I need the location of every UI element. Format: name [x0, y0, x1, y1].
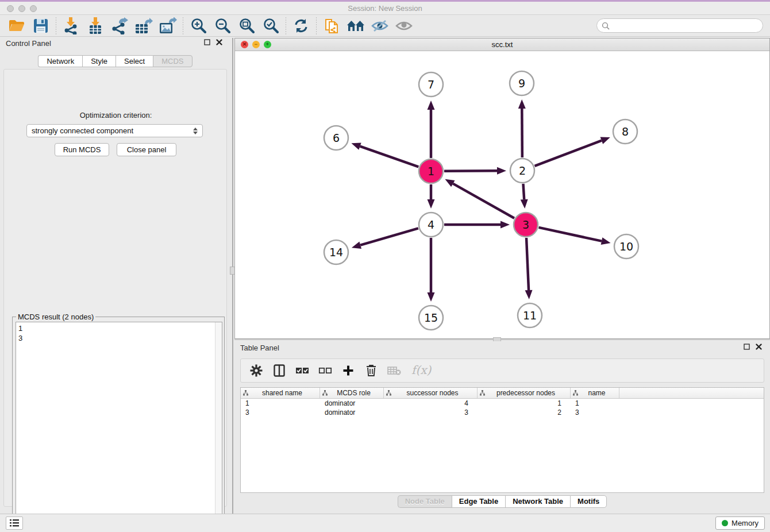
column-header-name[interactable]: name [571, 388, 619, 398]
export-image-icon[interactable] [158, 17, 178, 35]
tab-network-table[interactable]: Network Table [505, 495, 570, 508]
zoom-fit-icon[interactable] [237, 17, 256, 35]
toolbar-separator [183, 17, 183, 34]
zoom-out-icon[interactable] [213, 17, 232, 35]
table-cell[interactable]: 1 [478, 399, 571, 408]
column-header-label: name [578, 389, 619, 397]
column-header-shared-name[interactable]: shared name [241, 388, 320, 398]
edge-4-14[interactable] [360, 228, 418, 245]
columns-icon[interactable] [272, 363, 287, 378]
arrowhead-icon [518, 99, 526, 109]
table-cell[interactable]: 3 [241, 408, 320, 417]
edge-3-1[interactable] [453, 184, 514, 218]
maximize-view-button[interactable]: + [264, 41, 271, 48]
edge-2-3[interactable] [523, 184, 524, 199]
show-all-icon[interactable] [394, 17, 414, 35]
node-label: 2 [519, 164, 526, 177]
refresh-icon[interactable] [291, 17, 311, 35]
deselect-all-icon[interactable] [318, 363, 333, 378]
function-builder-icon: f(x) [410, 363, 433, 378]
control-panel-title: Control Panel [6, 39, 51, 48]
edge-1-6[interactable] [360, 147, 419, 167]
edge-2-8[interactable] [535, 141, 602, 166]
table-cell[interactable]: 4 [384, 399, 478, 408]
close-panel-icon[interactable] [216, 39, 222, 45]
node-table[interactable]: shared nameMCDS rolesuccessor nodesprede… [240, 387, 764, 493]
hierarchy-icon [386, 390, 391, 396]
table-panel: Table Panel f(x) shared nameMCDS rol [234, 341, 770, 514]
arrowhead-icon [428, 101, 435, 110]
close-window-button[interactable] [7, 5, 14, 12]
table-panel-title: Table Panel [240, 344, 279, 352]
minimize-view-button[interactable]: − [252, 41, 260, 48]
tab-node-table[interactable]: Node Table [398, 495, 452, 508]
network-graph[interactable]: 7968124314101511 [235, 51, 769, 338]
result-item[interactable]: 1 [18, 323, 220, 333]
table-cell[interactable]: 1 [241, 399, 320, 408]
node-label: 6 [333, 132, 340, 144]
node-label: 14 [329, 246, 343, 259]
table-row[interactable]: 3dominator323 [241, 408, 764, 417]
tab-network[interactable]: Network [38, 55, 82, 67]
float-table-panel-icon[interactable] [744, 344, 750, 350]
close-table-panel-icon[interactable] [756, 344, 762, 350]
delete-icon[interactable] [364, 363, 379, 378]
copy-network-icon[interactable] [322, 17, 341, 35]
hierarchy-icon [480, 390, 485, 396]
tab-style[interactable]: Style [82, 55, 116, 67]
table-cell[interactable]: 2 [478, 408, 571, 417]
import-table-icon[interactable] [86, 17, 105, 35]
select-all-icon[interactable] [295, 363, 310, 378]
run-mcds-button[interactable]: Run MCDS [55, 143, 109, 156]
table-cell[interactable]: 1 [571, 399, 619, 408]
column-header-MCDS-role[interactable]: MCDS role [320, 388, 384, 398]
column-header-predecessor-nodes[interactable]: predecessor nodes [478, 388, 571, 398]
edge-3-11[interactable] [526, 238, 529, 290]
vertical-splitter[interactable] [232, 38, 233, 514]
float-panel-icon[interactable] [204, 39, 210, 45]
arrowhead-icon [521, 199, 528, 209]
table-cell[interactable]: dominator [320, 399, 384, 408]
horizontal-splitter[interactable] [234, 339, 770, 340]
memory-button[interactable]: Memory [715, 516, 765, 530]
table-cell[interactable]: dominator [320, 408, 384, 417]
zoom-selected-icon[interactable] [261, 17, 280, 35]
optimization-criterion-value: strongly connected component [32, 126, 133, 135]
result-scrollbar[interactable] [215, 322, 222, 530]
tab-select[interactable]: Select [116, 55, 153, 67]
tab-mcds[interactable]: MCDS [153, 55, 192, 67]
edge-2-9[interactable] [522, 109, 522, 157]
table-row[interactable]: 1dominator411 [241, 399, 764, 408]
tab-edge-table[interactable]: Edge Table [452, 495, 505, 508]
export-network-icon[interactable] [110, 17, 129, 35]
task-history-button[interactable] [6, 516, 23, 530]
node-label: 1 [428, 165, 434, 178]
arrowhead-icon [525, 290, 533, 299]
node-label: 15 [424, 311, 438, 324]
result-item[interactable]: 3 [18, 333, 220, 343]
table-cell[interactable]: 3 [571, 408, 619, 417]
close-view-button[interactable]: ✕ [241, 41, 248, 48]
maximize-window-button[interactable] [30, 5, 37, 12]
import-network-icon[interactable] [61, 17, 81, 35]
search-input[interactable] [596, 18, 763, 33]
export-table-icon[interactable] [134, 17, 153, 35]
column-header-successor-nodes[interactable]: successor nodes [384, 388, 478, 398]
close-panel-button[interactable]: Close panel [117, 143, 176, 156]
gear-icon[interactable] [249, 363, 264, 378]
table-cell[interactable]: 3 [384, 408, 478, 417]
optimization-criterion-select[interactable]: strongly connected component [26, 124, 203, 137]
mcds-result-list[interactable]: 13 [16, 322, 222, 531]
minimize-window-button[interactable] [18, 5, 25, 12]
edge-3-10[interactable] [538, 228, 602, 241]
tab-motifs[interactable]: Motifs [570, 495, 607, 508]
open-session-icon[interactable] [7, 17, 26, 35]
hierarchy-icon [243, 390, 248, 396]
hide-selected-icon[interactable] [370, 17, 390, 35]
zoom-in-icon[interactable] [188, 17, 208, 35]
first-neighbors-icon[interactable] [346, 17, 365, 35]
add-column-icon[interactable] [341, 363, 356, 378]
edge-1-2[interactable] [444, 171, 497, 171]
control-panel: Control Panel NetworkStyleSelectMCDS Opt… [0, 37, 230, 514]
save-session-icon[interactable] [31, 17, 51, 35]
